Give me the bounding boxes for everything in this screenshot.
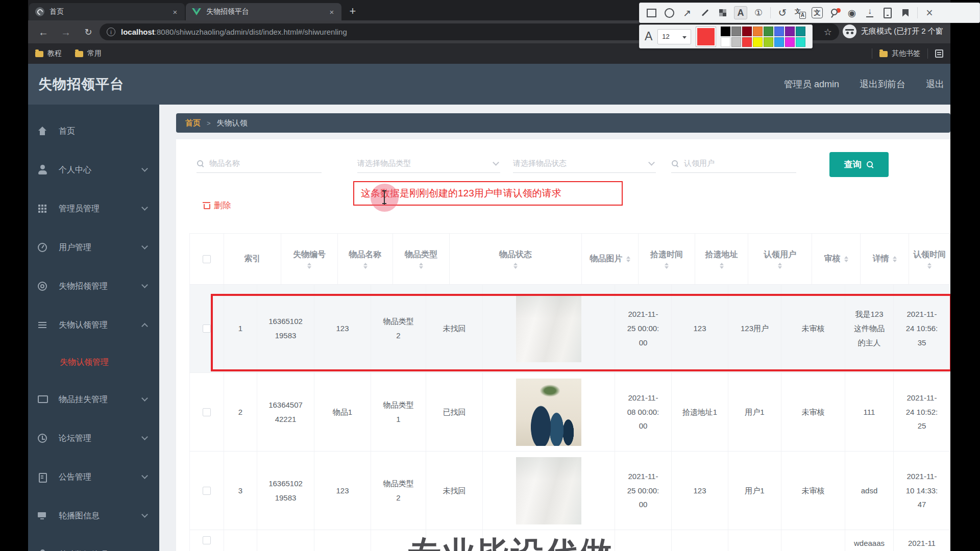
sidebar-item[interactable]: 论坛管理 xyxy=(28,419,159,458)
mosaic-tool-icon[interactable] xyxy=(716,6,729,19)
translate-icon[interactable] xyxy=(794,6,807,19)
sort-icon[interactable] xyxy=(927,263,932,269)
palette-color[interactable] xyxy=(796,37,805,47)
browser-tab[interactable]: 失物招领平台 xyxy=(186,3,341,20)
other-bookmarks[interactable]: 其他书签 xyxy=(879,49,920,58)
delete-button[interactable]: 删除 xyxy=(203,199,231,211)
ocr-icon[interactable] xyxy=(812,7,823,18)
table-header-cell[interactable]: 失物编号 xyxy=(281,234,338,284)
palette-color[interactable] xyxy=(742,37,752,47)
sort-icon[interactable] xyxy=(778,263,782,269)
bookmark-folder[interactable]: 教程 xyxy=(35,49,62,58)
text-tool-icon[interactable] xyxy=(734,6,747,19)
reload-button[interactable]: ↻ xyxy=(80,24,96,40)
new-tab-button[interactable]: + xyxy=(346,4,360,18)
palette-color[interactable] xyxy=(721,37,730,47)
table-header-cell[interactable]: 物品状态 xyxy=(450,234,582,284)
undo-icon[interactable] xyxy=(776,6,789,19)
font-size-select[interactable]: 12 xyxy=(657,29,691,44)
tab-close-icon[interactable] xyxy=(170,7,180,16)
table-header-cell[interactable]: 物品名称 xyxy=(338,234,393,284)
rect-tool-icon[interactable] xyxy=(645,6,658,19)
page-info-icon[interactable] xyxy=(107,28,115,36)
sort-icon[interactable] xyxy=(893,256,897,262)
admin-user-label[interactable]: 管理员 admin xyxy=(784,78,839,90)
number-tool-icon[interactable] xyxy=(752,6,765,19)
palette-color[interactable] xyxy=(731,37,741,47)
browser-tab[interactable]: 首页 xyxy=(29,3,185,20)
logout-link[interactable]: 退出 xyxy=(926,78,944,90)
table-header-cell[interactable]: 索引 xyxy=(224,234,281,284)
sidebar-item[interactable]: 物品挂失管理 xyxy=(28,380,159,419)
table-header-cell[interactable]: 物品类型 xyxy=(393,234,450,284)
search-button[interactable]: 查询 xyxy=(829,152,889,177)
row-checkbox[interactable] xyxy=(190,530,224,551)
sort-icon[interactable] xyxy=(720,263,724,269)
sort-icon[interactable] xyxy=(363,263,368,269)
sidebar-subitem-active[interactable]: 失物认领管理 xyxy=(28,344,159,380)
breadcrumb-home[interactable]: 首页 xyxy=(185,118,201,128)
back-button[interactable]: ← xyxy=(35,24,52,40)
record-icon[interactable] xyxy=(845,6,859,19)
sidebar-item[interactable]: 用户管理 xyxy=(28,228,159,267)
claim-user-input[interactable]: 认领用户 xyxy=(671,155,796,173)
exit-to-front-link[interactable]: 退出到前台 xyxy=(860,78,905,90)
sort-icon[interactable] xyxy=(844,256,848,262)
sort-icon[interactable] xyxy=(307,263,311,269)
device-icon[interactable] xyxy=(881,6,894,19)
sidebar-item[interactable]: 失物招领管理 xyxy=(28,267,159,306)
palette-color[interactable] xyxy=(731,27,741,36)
pencil-tool-icon[interactable] xyxy=(698,6,712,19)
sort-icon[interactable] xyxy=(665,263,669,269)
row-checkbox[interactable] xyxy=(190,285,224,372)
close-icon[interactable] xyxy=(923,6,936,19)
palette-color[interactable] xyxy=(721,27,730,36)
select-all-checkbox[interactable] xyxy=(190,234,224,284)
reading-list-icon[interactable] xyxy=(935,49,943,58)
table-header-cell[interactable]: 认领用户 xyxy=(748,234,812,284)
arrow-tool-icon[interactable] xyxy=(680,6,694,19)
palette-color[interactable] xyxy=(764,27,773,36)
sort-icon[interactable] xyxy=(419,263,423,269)
item-type-select[interactable]: 请选择物品类型 xyxy=(357,155,500,173)
tab-close-icon[interactable] xyxy=(327,7,336,16)
bookmark-flag-icon[interactable] xyxy=(899,6,912,19)
sidebar-item[interactable]: 个人中心 xyxy=(28,151,159,189)
palette-color[interactable] xyxy=(796,27,805,36)
sidebar-item[interactable]: 管理员管理 xyxy=(28,189,159,228)
item-name-input[interactable]: 物品名称 xyxy=(197,155,322,173)
palette-color[interactable] xyxy=(774,27,784,36)
download-icon[interactable] xyxy=(863,6,876,19)
sort-icon[interactable] xyxy=(626,256,630,262)
table-header-cell[interactable]: 拾遗时间 xyxy=(639,234,695,284)
table-header-cell[interactable]: 物品图片 xyxy=(582,234,639,284)
pin-icon[interactable] xyxy=(827,6,841,19)
bookmark-star-icon[interactable] xyxy=(824,27,832,38)
bookmark-folder[interactable]: 常用 xyxy=(75,49,102,58)
toolbar-separator[interactable] xyxy=(917,7,918,18)
palette-color[interactable] xyxy=(785,37,795,47)
forward-button[interactable]: → xyxy=(58,24,74,40)
palette-color[interactable] xyxy=(753,27,763,36)
current-color-swatch[interactable] xyxy=(696,27,716,46)
palette-color[interactable] xyxy=(774,37,784,47)
sidebar-item[interactable]: 轮播图信息 xyxy=(28,496,159,535)
sort-icon[interactable] xyxy=(513,263,518,269)
sidebar-item[interactable]: 基础数据管理 xyxy=(28,535,159,551)
sidebar-item[interactable]: 首页 xyxy=(28,112,159,151)
row-checkbox[interactable] xyxy=(190,452,224,530)
table-header-cell[interactable]: 拾遗地址 xyxy=(695,234,748,284)
ellipse-tool-icon[interactable] xyxy=(663,6,676,19)
palette-color[interactable] xyxy=(753,37,763,47)
table-header-cell[interactable]: 认领时间 xyxy=(909,234,950,284)
table-header-cell[interactable]: 详情 xyxy=(861,234,909,284)
palette-color[interactable] xyxy=(785,27,795,36)
item-status-select[interactable]: 请选择物品状态 xyxy=(513,155,656,173)
toolbar-separator[interactable] xyxy=(770,7,771,18)
table-header-cell[interactable]: 审核 xyxy=(812,234,861,284)
sidebar-item[interactable]: 公告管理 xyxy=(28,458,159,496)
row-checkbox[interactable] xyxy=(190,373,224,451)
palette-color[interactable] xyxy=(742,27,752,36)
palette-color[interactable] xyxy=(764,37,773,47)
sidebar-item[interactable]: 失物认领管理 xyxy=(28,306,159,344)
